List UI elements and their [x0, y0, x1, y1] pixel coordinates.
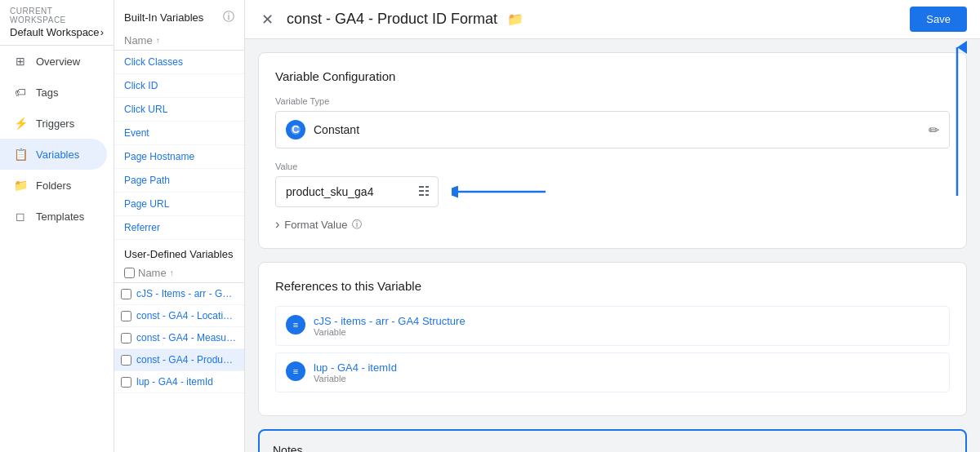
user-var-row-4[interactable]: lup - GA4 - itemId	[114, 371, 244, 393]
user-defined-title: User-Defined Variables	[124, 248, 233, 260]
user-var-row-2[interactable]: const - GA4 - Measurement…	[114, 327, 244, 349]
reference-item-0[interactable]: ≡ cJS - items - arr - GA4 Structure Vari…	[275, 306, 950, 346]
ref-name-1[interactable]: lup - GA4 - itemId	[314, 361, 397, 374]
format-value-row[interactable]: › Format Value ⓘ	[275, 217, 950, 232]
builtin-item-click-url[interactable]: Click URL	[114, 98, 244, 122]
builtin-item-event[interactable]: Event	[114, 122, 244, 145]
format-value-label: Format Value	[284, 219, 347, 231]
svg-rect-4	[419, 194, 424, 196]
ref-icon-0: ≡	[286, 315, 305, 335]
user-var-checkbox-3[interactable]	[121, 355, 131, 366]
middle-panel: Built-In Variables ⓘ Name ↑ Click Classe…	[114, 0, 245, 452]
user-defined-section-header: User-Defined Variables	[114, 240, 244, 264]
save-button[interactable]: Save	[910, 7, 967, 32]
close-button[interactable]: ✕	[258, 7, 277, 32]
tags-icon: 🏷	[13, 85, 28, 100]
user-var-row-1[interactable]: const - GA4 - Location ID	[114, 305, 244, 327]
reference-item-1[interactable]: ≡ lup - GA4 - itemId Variable	[275, 352, 950, 392]
sidebar-item-tags[interactable]: 🏷 Tags	[0, 77, 107, 108]
builtin-panel-header: Built-In Variables ⓘ	[114, 0, 244, 31]
user-var-checkbox-1[interactable]	[121, 311, 131, 321]
sidebar-item-templates-label: Templates	[36, 210, 84, 223]
edit-icon[interactable]: ✏	[929, 122, 939, 138]
user-var-checkbox-4[interactable]	[121, 377, 131, 388]
variables-icon: 📋	[13, 147, 28, 162]
builtin-item-referrer[interactable]: Referrer	[114, 216, 244, 240]
main-nav: ⊞ Overview 🏷 Tags ⚡ Triggers 📋 Variables…	[0, 46, 114, 232]
builtin-title: Built-In Variables	[124, 11, 203, 24]
sort-icon: ↑	[156, 36, 160, 45]
sidebar-item-templates[interactable]: ◻ Templates	[0, 201, 107, 232]
sidebar-item-triggers-label: Triggers	[36, 117, 74, 130]
content-scroll: Variable Configuration Variable Type C C…	[245, 39, 980, 452]
user-var-label-0[interactable]: cJS - Items - arr - GA4 Struc…	[136, 288, 238, 299]
sidebar-item-folders[interactable]: 📁 Folders	[0, 170, 107, 201]
notes-card: Notes You can use one of the following v…	[258, 429, 967, 452]
ref-type-0: Variable	[314, 327, 466, 337]
ref-details-1: lup - GA4 - itemId Variable	[314, 361, 397, 383]
workspace-header: CURRENT WORKSPACE Default Workspace ›	[0, 0, 114, 46]
user-defined-col-header: Name ↑	[114, 264, 244, 283]
page-title: const - GA4 - Product ID Format	[287, 11, 497, 28]
references-card: References to this Variable ≡ cJS - item…	[258, 262, 967, 416]
select-all-checkbox[interactable]	[124, 268, 135, 278]
user-var-checkbox-2[interactable]	[121, 333, 131, 343]
builtin-col-name: Name	[124, 34, 153, 47]
svg-rect-6	[425, 190, 429, 192]
folder-icon[interactable]: 📁	[507, 11, 523, 27]
templates-icon: ◻	[13, 209, 28, 224]
value-input[interactable]	[275, 176, 439, 207]
sidebar-item-tags-label: Tags	[36, 86, 58, 99]
user-var-label-4[interactable]: lup - GA4 - itemId	[136, 376, 238, 388]
user-var-label-2[interactable]: const - GA4 - Measurement…	[136, 332, 238, 343]
user-var-checkbox-0[interactable]	[121, 289, 131, 299]
builtin-item-click-id[interactable]: Click ID	[114, 74, 244, 98]
format-value-info-icon: ⓘ	[352, 218, 362, 232]
user-var-label-3[interactable]: const - GA4 - Product ID For…	[136, 354, 238, 366]
svg-rect-7	[425, 194, 429, 196]
variable-config-card: Variable Configuration Variable Type C C…	[258, 52, 967, 249]
arrow-indicator	[452, 182, 550, 202]
svg-rect-2	[419, 186, 424, 188]
ref-type-1: Variable	[314, 374, 397, 383]
topbar: ✕ const - GA4 - Product ID Format 📁 Save	[245, 0, 980, 39]
user-var-row-0[interactable]: cJS - Items - arr - GA4 Struc…	[114, 283, 244, 305]
sidebar: CURRENT WORKSPACE Default Workspace › ⊞ …	[0, 0, 114, 452]
builtin-col-header: Name ↑	[114, 31, 244, 51]
builtin-item-click-classes[interactable]: Click Classes	[114, 51, 244, 74]
builtin-info-icon[interactable]: ⓘ	[223, 10, 234, 24]
workspace-chevron: ›	[100, 26, 104, 38]
user-defined-col-name: Name	[138, 267, 167, 279]
svg-rect-3	[419, 190, 424, 192]
builtin-item-page-hostname[interactable]: Page Hostname	[114, 145, 244, 169]
references-title: References to this Variable	[275, 279, 950, 293]
workspace-name-text: Default Workspace	[10, 26, 100, 38]
variable-type-selector[interactable]: C Constant ✏	[275, 111, 950, 148]
workspace-label: CURRENT WORKSPACE	[10, 7, 104, 24]
value-label: Value	[275, 162, 950, 171]
sort-icon-user: ↑	[170, 268, 174, 277]
builtin-item-page-path[interactable]: Page Path	[114, 169, 244, 193]
builtin-item-page-url[interactable]: Page URL	[114, 193, 244, 216]
svg-text:C: C	[292, 124, 300, 135]
ref-name-0[interactable]: cJS - items - arr - GA4 Structure	[314, 315, 466, 327]
sidebar-item-folders-label: Folders	[36, 179, 71, 192]
workspace-name[interactable]: Default Workspace ›	[10, 24, 104, 38]
main-content: ✕ const - GA4 - Product ID Format 📁 Save…	[245, 0, 980, 452]
user-var-label-1[interactable]: const - GA4 - Location ID	[136, 310, 238, 321]
variable-type-label: Variable Type	[275, 96, 950, 106]
chevron-right-icon: ›	[275, 217, 279, 232]
type-name: Constant	[314, 123, 920, 136]
sidebar-item-overview-label: Overview	[36, 55, 80, 68]
folders-icon: 📁	[13, 178, 28, 193]
input-icon-button[interactable]	[419, 184, 432, 199]
sidebar-item-triggers[interactable]: ⚡ Triggers	[0, 108, 107, 139]
variable-config-title: Variable Configuration	[275, 69, 950, 83]
topbar-left: ✕ const - GA4 - Product ID Format 📁	[258, 7, 523, 32]
svg-rect-5	[425, 186, 429, 188]
sidebar-item-overview[interactable]: ⊞ Overview	[0, 46, 107, 77]
sidebar-item-variables[interactable]: 📋 Variables	[0, 139, 107, 170]
user-var-row-3[interactable]: const - GA4 - Product ID For…	[114, 349, 244, 371]
sidebar-item-variables-label: Variables	[36, 148, 79, 161]
type-icon: C	[286, 120, 305, 140]
